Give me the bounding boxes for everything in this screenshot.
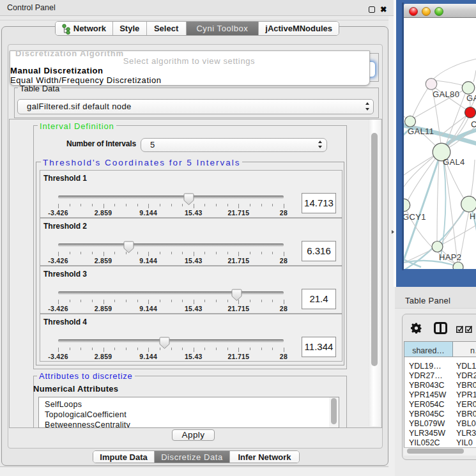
svg-text:GAL11: GAL11 xyxy=(408,127,434,136)
svg-text:GA: GA xyxy=(466,93,476,103)
svg-text:HAP2: HAP2 xyxy=(439,252,461,262)
svg-text:H: H xyxy=(470,211,476,221)
svg-text:GAL4: GAL4 xyxy=(443,157,465,167)
svg-text:GAL80: GAL80 xyxy=(433,89,459,99)
svg-text:C: C xyxy=(471,119,476,129)
svg-text:GCY1: GCY1 xyxy=(404,212,426,222)
